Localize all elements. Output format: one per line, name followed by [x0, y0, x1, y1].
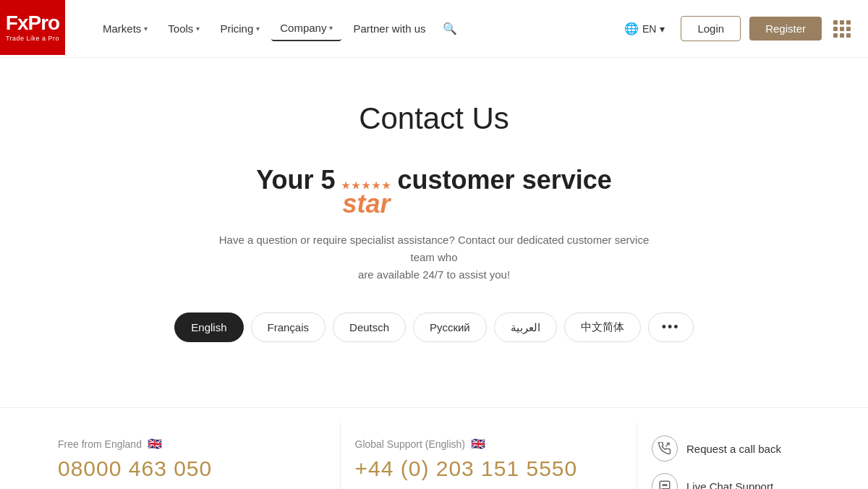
svg-point-2 [664, 485, 665, 486]
register-button[interactable]: Register [749, 17, 822, 41]
uk-flag-icon: 🇬🇧 [148, 437, 162, 451]
hero-subtitle: Your 5 ★★★★★ star customer service [256, 165, 612, 217]
svg-point-3 [666, 485, 668, 486]
page-title: Contact Us [359, 101, 509, 136]
contact-number-global[interactable]: +44 (0) 203 151 5550 [355, 456, 623, 481]
star-word: star [343, 191, 391, 217]
contact-card-england: Free from England 🇬🇧 08000 463 050 [43, 422, 340, 489]
contact-card-global: Global Support (English) 🇬🇧 +44 (0) 203 … [340, 422, 637, 489]
chevron-down-icon: ▾ [144, 25, 148, 33]
chevron-down-icon: ▾ [256, 25, 260, 33]
grid-menu-icon[interactable] [830, 17, 854, 41]
lang-pill-arabic[interactable]: العربية [494, 312, 557, 342]
hero-description: Have a question or require specialist as… [210, 231, 658, 284]
lang-pill-russian[interactable]: Русский [413, 312, 487, 342]
uk-flag-icon-2: 🇬🇧 [471, 437, 485, 451]
svg-point-1 [663, 485, 664, 486]
logo-text: FxPro [6, 13, 59, 33]
contact-section: Free from England 🇬🇧 08000 463 050 Globa… [0, 407, 868, 489]
callback-icon [652, 435, 678, 462]
hero-your-5: Your 5 [256, 165, 335, 195]
nav-item-pricing[interactable]: Pricing ▾ [211, 17, 268, 41]
lang-pill-english[interactable]: English [174, 312, 243, 342]
live-chat-label: Live Chat Support [686, 480, 773, 490]
nav-item-company[interactable]: Company ▾ [271, 16, 341, 41]
login-button[interactable]: Login [681, 16, 741, 41]
contact-label-global: Global Support (English) 🇬🇧 [355, 437, 623, 451]
globe-icon: 🌐 [624, 22, 639, 35]
logo[interactable]: FxPro Trade Like a Pro [0, 0, 65, 55]
action-live-chat[interactable]: Live Chat Support [652, 467, 810, 489]
lang-pill-deutsch[interactable]: Deutsch [333, 312, 406, 342]
language-selector[interactable]: 🌐 EN ▾ [617, 17, 672, 40]
lang-pill-more[interactable]: ••• [648, 312, 694, 342]
nav-item-partner[interactable]: Partner with us [344, 17, 434, 41]
contact-label-england: Free from England 🇬🇧 [58, 437, 326, 451]
navbar: FxPro Trade Like a Pro Markets ▾ Tools ▾… [0, 0, 868, 58]
chevron-down-icon: ▾ [329, 24, 333, 32]
hero-customer-service: customer service [398, 165, 612, 195]
action-callback[interactable]: Request a call back [652, 430, 810, 467]
main-content: Contact Us Your 5 ★★★★★ star customer se… [0, 58, 868, 407]
lang-pill-chinese[interactable]: 中文简体 [564, 312, 641, 342]
chat-icon [652, 473, 678, 489]
chevron-down-icon: ▾ [196, 25, 200, 33]
nav-item-markets[interactable]: Markets ▾ [94, 17, 156, 41]
search-icon[interactable]: 🔍 [437, 16, 463, 41]
chevron-down-icon: ▾ [660, 23, 665, 35]
logo-tagline: Trade Like a Pro [6, 35, 59, 42]
contact-actions: Request a call back Live Chat Support [637, 422, 825, 489]
language-pills: English Français Deutsch Русский العربية… [174, 312, 693, 342]
nav-links: Markets ▾ Tools ▾ Pricing ▾ Company ▾ Pa… [94, 16, 463, 41]
callback-label: Request a call back [686, 443, 781, 455]
star-text: ★★★★★ star [341, 180, 392, 217]
nav-right: 🌐 EN ▾ Login Register [617, 16, 854, 41]
lang-pill-francais[interactable]: Français [251, 312, 326, 342]
nav-item-tools[interactable]: Tools ▾ [159, 17, 208, 41]
contact-number-england[interactable]: 08000 463 050 [58, 456, 326, 481]
